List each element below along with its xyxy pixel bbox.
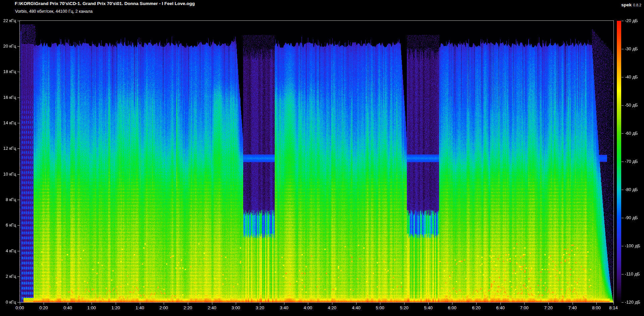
- freq-tick-label: 14 кГц: [0, 120, 16, 126]
- freq-tick: [17, 46, 19, 47]
- time-tick-label: 2:40: [208, 305, 216, 311]
- db-tick-label: -80 дБ: [625, 187, 638, 192]
- freq-tick-label: 0 кГц: [0, 300, 16, 305]
- time-tick: [164, 303, 164, 305]
- freq-tick-label: 10 кГц: [0, 172, 16, 177]
- freq-tick: [17, 200, 19, 200]
- time-tick-label: 7:40: [568, 305, 577, 311]
- time-tick: [596, 303, 597, 305]
- time-tick-label: 8:00: [592, 305, 600, 311]
- db-tick: [622, 246, 624, 246]
- db-tick: [622, 274, 624, 274]
- db-tick-label: -60 дБ: [625, 131, 638, 136]
- time-tick: [260, 303, 260, 305]
- app-version: 0.8.2: [633, 3, 641, 7]
- time-tick: [476, 303, 477, 305]
- freq-tick: [17, 251, 19, 251]
- time-tick: [20, 303, 20, 305]
- time-tick-label: 3:00: [231, 305, 240, 311]
- time-tick-label: 6:40: [496, 305, 504, 311]
- legend-colorbar: [617, 21, 621, 302]
- db-tick-label: -110 дБ: [625, 271, 640, 277]
- time-tick-label: 4:00: [304, 305, 312, 311]
- freq-tick-label: 20 кГц: [0, 44, 16, 49]
- freq-tick-label: 4 кГц: [0, 248, 16, 254]
- freq-tick: [17, 98, 19, 98]
- time-tick: [356, 303, 357, 305]
- time-tick: [68, 303, 68, 305]
- db-tick-label: -100 дБ: [625, 243, 640, 249]
- time-tick-label: 6:20: [472, 305, 480, 311]
- db-tick-label: -20 дБ: [625, 18, 638, 23]
- time-tick: [404, 303, 405, 305]
- time-tick: [308, 303, 308, 305]
- app-brand: spek 0.8.2: [621, 2, 641, 8]
- time-tick-label: 5:40: [424, 305, 432, 311]
- time-tick: [332, 303, 332, 305]
- db-tick: [622, 162, 624, 162]
- time-tick: [380, 303, 380, 305]
- freq-tick-label: 2 кГц: [0, 274, 16, 279]
- db-tick: [622, 49, 624, 49]
- freq-tick-label: 6 кГц: [0, 223, 16, 228]
- freq-tick: [17, 174, 19, 175]
- app-name: spek: [621, 2, 632, 7]
- time-tick-label: 7:20: [544, 305, 552, 311]
- time-tick-label: 2:00: [159, 305, 168, 311]
- time-tick-label: 4:20: [328, 305, 336, 311]
- db-tick-label: -70 дБ: [625, 159, 638, 164]
- time-tick: [500, 303, 501, 305]
- freq-tick-label: 22 кГц: [0, 18, 16, 23]
- time-tick: [236, 303, 236, 305]
- freq-tick-label: 12 кГц: [0, 146, 16, 151]
- time-tick: [92, 303, 92, 305]
- freq-tick: [17, 148, 19, 149]
- time-tick-label: 1:20: [111, 305, 120, 311]
- time-tick-label: 2:20: [183, 305, 192, 311]
- time-tick-label: 1:40: [136, 305, 144, 311]
- db-tick: [622, 133, 624, 134]
- time-tick-label: 8:14: [609, 305, 618, 311]
- db-tick-label: -40 дБ: [625, 74, 638, 80]
- time-tick-label: 0:00: [15, 305, 24, 311]
- time-tick: [188, 303, 188, 305]
- freq-tick-label: 18 кГц: [0, 69, 16, 74]
- time-tick: [212, 303, 212, 305]
- time-tick: [44, 303, 44, 305]
- spek-window: F:\KORG\Grand Prix 70's\CD-1. Grand Prix…: [0, 0, 644, 316]
- time-tick-label: 1:00: [87, 305, 96, 311]
- time-tick: [613, 303, 614, 305]
- time-tick-label: 0:40: [63, 305, 72, 311]
- time-tick: [524, 303, 525, 305]
- time-tick: [284, 303, 284, 305]
- db-tick: [622, 302, 624, 303]
- freq-tick-label: 16 кГц: [0, 95, 16, 100]
- db-tick: [622, 218, 624, 218]
- freq-tick-label: 8 кГц: [0, 197, 16, 202]
- freq-tick: [17, 302, 19, 303]
- db-tick: [622, 190, 624, 190]
- time-tick: [548, 303, 549, 305]
- time-tick-label: 4:40: [352, 305, 360, 311]
- freq-tick: [17, 123, 19, 123]
- db-tick-label: -120 дБ: [625, 300, 640, 305]
- time-tick: [573, 303, 573, 305]
- time-tick: [140, 303, 140, 305]
- time-tick-label: 3:40: [280, 305, 288, 311]
- time-tick-label: 0:20: [39, 305, 48, 311]
- time-tick-label: 7:00: [520, 305, 528, 311]
- db-tick: [622, 21, 624, 21]
- time-tick-label: 6:00: [448, 305, 456, 311]
- time-tick-label: 5:00: [376, 305, 384, 311]
- stream-info: Vorbis, 480 кбит/сек, 44100 Гц, 2 канала: [15, 9, 93, 14]
- time-tick: [116, 303, 116, 305]
- freq-tick: [17, 276, 19, 277]
- plot-border: [19, 20, 614, 303]
- db-tick-label: -30 дБ: [625, 46, 638, 52]
- db-tick-label: -50 дБ: [625, 103, 638, 108]
- freq-tick: [17, 225, 19, 226]
- db-tick-label: -90 дБ: [625, 215, 638, 220]
- time-tick-label: 3:20: [256, 305, 264, 311]
- freq-tick: [17, 21, 19, 21]
- db-tick: [622, 105, 624, 106]
